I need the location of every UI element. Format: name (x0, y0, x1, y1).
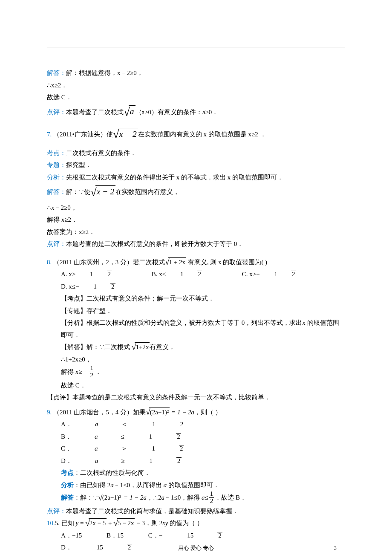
p10-sqrt2-icon: √5 − 2x (113, 518, 135, 527)
p10-opt-c: C．−152 (148, 529, 268, 542)
p7-answer-blank: x≥2 (247, 131, 260, 138)
footer-text: 用心 爱心 专心 (178, 545, 214, 551)
p8-l1: 【考点】二次根式有意义的条件；解一元一次不等式． (47, 292, 345, 305)
p8-stem: 8. （2011 山东滨州，2，3 分）若二次根式√1 + 2x 有意义, 则 … (47, 256, 345, 269)
p8-sqrt2-icon: √1+2x (132, 342, 150, 351)
p9-opt-a: A．a＜12 (61, 418, 230, 431)
p7-dp-text: 本题考查的是二次根式有意义的条件，即被开方数大于等于 0． (66, 240, 243, 247)
p10-stem: 10.5. 已知 y = √2x − 5 + √5 − 2x − 3，则 2xy… (47, 517, 345, 529)
label-dianping: 点评： (47, 508, 66, 515)
p9-dp-text: 本题考查了二次根式的化简与求值，是基础知识要熟练掌握． (66, 508, 239, 515)
label-dianping: 点评： (47, 240, 66, 247)
p7-num: 7. (47, 131, 52, 138)
label-fenxi-bold: 分析 (61, 482, 74, 489)
p8-after: 有意义, 则 x 的取值范围为( ) (186, 259, 267, 266)
sqrt-a-icon: √a (124, 105, 135, 118)
p6-review: 点评：本题考查了二次根式√a（a≥0）有意义的条件：a≥0． (47, 106, 345, 119)
frac-half: 12 (89, 365, 94, 379)
p7-src: （2011•广东汕头）使 (52, 131, 112, 138)
p7-dp: 点评：本题考查的是二次根式有意义的条件，即被开方数大于等于 0． (47, 238, 345, 250)
p9-src: （2011 山东烟台，5，4 分）如果 (52, 409, 146, 416)
p6-a1-text: 解：根据题意得，x﹣2≥0， (66, 69, 143, 76)
p10-q: 5. 已知 (55, 520, 76, 526)
p8-opt-c: C. x≥−12 (242, 268, 322, 280)
p7-s3: 故答案为：x≥2． (47, 226, 345, 238)
p8-options: A. x≥12 B. x≤12 C. x≥−12 D. x≤−12 (47, 268, 345, 292)
p9-sqrt2-icon: √(2a−1)² (98, 493, 122, 502)
p9-kd: 考点：二次根式的性质与化简． (47, 467, 345, 479)
p10-opt-a: A．−15 (61, 529, 82, 542)
p7-kd: 考点：二次根式有意义的条件． (47, 147, 345, 159)
p7-jd-t2: 在实数范围内有意义， (115, 188, 179, 195)
p9-after: ，则（ ） (194, 409, 222, 416)
label-dianping: 点评： (47, 109, 66, 116)
p10-sqrt1-icon: √2x − 5 (85, 518, 107, 527)
p7-fx-text: 先根据二次根式有意义的条件得出关于 x 的不等式，求出 x 的取值范围即可． (66, 174, 283, 181)
p7-fx: 分析：先根据二次根式有意义的条件得出关于 x 的不等式，求出 x 的取值范围即可… (47, 171, 345, 184)
p6-a2: ∴x≥2． (47, 79, 345, 92)
p9-opt-b: B．a≤12 (61, 431, 227, 443)
p7-after: 在实数范围内有意义的 x 的取值范围是 (138, 131, 247, 138)
p10-num: 10. (47, 520, 55, 526)
p7-sqrt-icon: √x − 2 (113, 128, 138, 140)
p7-stem: 7. （2011•广东汕头）使√x − 2在实数范围内有意义的 x 的取值范围是… (47, 128, 345, 141)
p8-sqrt-icon: √1 + 2x (165, 257, 186, 266)
p8-l5: ∴1+2x≥0， (47, 353, 345, 366)
top-rule (47, 47, 345, 47)
p8-l7: 故选 C． (47, 379, 345, 392)
p9-eq: = 1 − 2a (170, 409, 194, 416)
p9-num: 9. (47, 409, 52, 416)
label-fenxi: 分析： (47, 174, 66, 181)
p6-a3: 故选 C． (47, 91, 345, 104)
page: 解答：解：根据题意得，x﹣2≥0， ∴x≥2． 故选 C． 点评：本题考查了二次… (0, 0, 392, 555)
p9-dp: 点评：本题考查了二次根式的化简与求值，是基础知识要熟练掌握． (47, 505, 345, 517)
p7-sqrt2-icon: √x − 2 (90, 185, 115, 198)
label-zhuanti: 专题： (47, 162, 66, 168)
p9-opt-c: C．a＞12 (61, 442, 230, 455)
p8-dp: 【点评】本题考查的是二次根式有意义的条件及解一元一次不等式，比较简单． (47, 391, 345, 404)
p8-l6: 解得 x≥﹣12． (47, 365, 345, 379)
p9-opt-d: D．a≥12 (61, 455, 228, 467)
p7-s2: 解得 x≥2． (47, 214, 345, 226)
p9-fx: 分析：由已知得 2a﹣1≤0，从而得出 a 的取值范围即可． (47, 479, 345, 491)
p8-opt-a: A. x≥12 (61, 268, 137, 280)
p7-jd-t1: 解：∵使 (66, 188, 90, 195)
label-jieda: 解答： (47, 69, 66, 76)
p8-num: 8. (47, 259, 52, 266)
p6-rev-b: （a≥0）有意义的条件：a≥0． (135, 109, 219, 116)
label-jieda: 解答： (47, 188, 66, 195)
p6-rev-a: 本题考查了二次根式 (66, 109, 124, 116)
p8-l4: 【解答】解：∵二次根式 √1+2x有意义， (47, 341, 345, 353)
p9-jd: 解答：解：∵√(2a−1)² = 1 − 2a，∴2a﹣1≤0，解得 a≤12．… (47, 491, 345, 505)
p8-l2: 【专题】存在型． (47, 305, 345, 317)
p8-opt-b: B. x≤12 (152, 268, 228, 280)
p7-jd: 解答：解：∵使√x − 2在实数范围内有意义， (47, 186, 345, 199)
p8-src: （2011 山东滨州，2，3 分）若二次根式 (52, 259, 165, 266)
label-jieda-bold: 解答 (61, 494, 74, 501)
page-number: 3 (334, 543, 337, 554)
p7-s1: ∴x﹣2≥0， (47, 202, 345, 214)
p9-sqrt-icon: √(2a−1)² (146, 408, 170, 416)
p7-period: ． (260, 131, 266, 138)
p9-options: A．a＜12 B．a≤12 C．a＞12 D．a≥12 (47, 418, 345, 467)
label-kaodian: 考点： (47, 150, 66, 156)
footer: 用心 爱心 专心 3 (0, 543, 392, 554)
p7-zt-text: 探究型． (66, 162, 92, 168)
label-kaodian-bold: 考点 (61, 469, 74, 476)
p8-l3: 【分析】根据二次根式的性质和分式的意义，被开方数大于等于 0，列出不等式，求出x… (47, 317, 345, 341)
p10-opt-b: B．15 (107, 529, 124, 542)
p8-opt-d: D. x≤−12 (61, 280, 141, 293)
p7-kd-text: 二次根式有意义的条件． (66, 150, 136, 156)
p7-zt: 专题：探究型． (47, 159, 345, 171)
p9-stem: 9. （2011 山东烟台，5，4 分）如果√(2a−1)² = 1 − 2a，… (47, 406, 345, 419)
p6-answer: 解答：解：根据题意得，x﹣2≥0， (47, 67, 345, 79)
